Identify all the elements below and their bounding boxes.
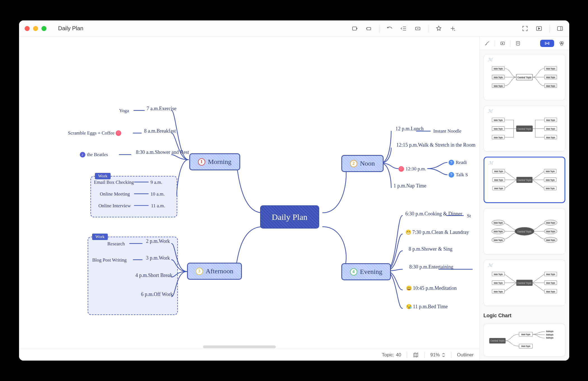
close-window-button[interactable] [25, 26, 30, 31]
branch-morning[interactable]: 1 Morning [189, 153, 240, 170]
topic-count: Topic: 40 [382, 352, 401, 358]
topic-talk[interactable]: ?Talk S [449, 172, 468, 178]
branch-evening[interactable]: 4 Evening [341, 263, 391, 280]
topic-interview[interactable]: Online Interview [99, 203, 131, 209]
brush-icon[interactable] [484, 40, 491, 47]
topic-3pm-work[interactable]: 3 p.m.Work [146, 255, 170, 261]
zoom-control[interactable]: 91% [430, 352, 445, 358]
topic-reading[interactable]: ?Readi [449, 159, 467, 166]
structure-list[interactable]: ℳ Central Topic Main Topic Main Topic Ma… [480, 50, 569, 361]
minimize-window-button[interactable] [33, 26, 38, 31]
branch-afternoon[interactable]: 3 Afternoon [187, 263, 242, 280]
svg-text:Central Topic: Central Topic [517, 127, 531, 130]
topic-noodle[interactable]: Instant Noodle [433, 128, 462, 134]
topic-email-time[interactable]: 9 a.m. [151, 179, 162, 185]
topic-cooking-detail[interactable]: St [467, 213, 471, 219]
svg-rect-0 [353, 27, 356, 30]
topic-research[interactable]: Research [108, 241, 125, 247]
svg-text:Central Topic: Central Topic [517, 179, 531, 182]
topic-nap[interactable]: 1 p.m.Nap Time [394, 183, 426, 189]
favorite-icon: ♡ [398, 166, 404, 172]
svg-text:Main Topic: Main Topic [494, 222, 503, 224]
svg-line-106 [532, 283, 544, 291]
svg-rect-7 [557, 27, 563, 30]
style-icon[interactable] [558, 40, 565, 47]
topic-walk[interactable]: 12:15 p.m.Walk & Stretch in the Room [396, 142, 476, 148]
map-view-icon[interactable] [413, 352, 419, 358]
sidebar-toolbar [480, 37, 569, 50]
topic-entertain[interactable]: 8:30 p.m.Entertaining [409, 264, 454, 270]
svg-text:Subtopic: Subtopic [546, 330, 554, 333]
svg-rect-21 [516, 41, 520, 45]
share-icon[interactable] [351, 25, 358, 32]
toolbar-right [521, 25, 564, 32]
topic-yoga[interactable]: Yoga [119, 108, 129, 114]
svg-text:Main Topic: Main Topic [546, 179, 555, 181]
svg-text:Main Topic: Main Topic [546, 282, 555, 284]
topic-shower[interactable]: 8:30 a.m.Shower and Rest [136, 149, 189, 156]
branch-noon[interactable]: 2 Noon [341, 155, 384, 172]
add-icon[interactable] [449, 25, 456, 32]
structure-button[interactable] [540, 40, 554, 47]
topic-meeting[interactable]: Online Meeting [100, 191, 130, 197]
svg-text:Main Topic: Main Topic [494, 290, 503, 293]
question-icon: ? [449, 172, 454, 178]
svg-text:Main Topic: Main Topic [546, 85, 555, 87]
window-controls [25, 26, 46, 31]
structure-thumb-logic-1[interactable]: Central Topic Main Topic Main Topic Subt… [484, 324, 565, 357]
topic-lunch[interactable]: 12 p.m.Lunch [396, 126, 424, 132]
topic-bedtime[interactable]: 😪11 p.m.Bed Time [406, 304, 448, 310]
svg-text:Main Topic: Main Topic [546, 68, 555, 70]
structure-thumb-5[interactable]: ℳ Central Topic Main Topic Main Topic Ma… [484, 260, 565, 306]
topic-2pm-work[interactable]: 2 p.m.Work [146, 238, 170, 244]
star-icon[interactable] [435, 25, 442, 32]
topic-scramble-eggs[interactable]: Scramble Eggs + Coffee ♡ [68, 130, 123, 136]
topic-break[interactable]: 4 p.m.Short Break [136, 272, 172, 279]
structure-thumb-2[interactable]: ℳ Central Topic Main Topic Main Topic Ma… [484, 105, 565, 152]
topic-breakfast[interactable]: 8 a.m.Breakfast [144, 128, 176, 134]
structure-thumb-3[interactable]: ℳ Central Topic Main Topic Main Topic Ma… [484, 157, 565, 203]
topic-shower-sing[interactable]: 8 p.m.Shower & Sing [409, 246, 453, 252]
topic-meeting-time[interactable]: 10 a.m. [151, 191, 165, 197]
present-icon[interactable] [535, 25, 543, 32]
topic-cooking[interactable]: 6:30 p.m.Cooking & Dinner [405, 211, 463, 217]
branch-label: Afternoon [206, 267, 234, 276]
smile-emoji-icon: 😄 [406, 285, 412, 291]
svg-text:Main Topic: Main Topic [546, 290, 555, 293]
collapse-icon[interactable] [414, 25, 421, 32]
topic-email[interactable]: Email Box Checking [94, 179, 134, 185]
slide-icon[interactable] [499, 40, 506, 47]
boundary-label: Work [92, 234, 108, 240]
topic-interview-time[interactable]: 11 a.m. [151, 203, 165, 209]
structure-thumb-1[interactable]: ℳ Central Topic Main Topic Main Topic Ma… [484, 54, 565, 100]
central-topic-label: Daily Plan [272, 211, 308, 222]
structure-thumb-4[interactable]: Central Topic Main Topic Main Topic Main… [484, 208, 565, 255]
topic-clean[interactable]: 😁7:30 p.m.Clean & Laundray [405, 229, 469, 236]
svg-text:Main Topic: Main Topic [521, 345, 530, 347]
fullscreen-icon[interactable] [521, 25, 529, 32]
zoom-window-button[interactable] [41, 26, 46, 31]
grin-emoji-icon: 😁 [405, 229, 411, 236]
svg-rect-1 [367, 27, 371, 30]
horizontal-scrollbar[interactable] [203, 345, 276, 348]
svg-text:Main Topic: Main Topic [494, 68, 503, 70]
note-icon[interactable] [514, 40, 522, 47]
topic-blog[interactable]: Blog Post Writing [92, 257, 127, 263]
svg-text:Subtopic: Subtopic [546, 337, 554, 339]
outdent-icon[interactable] [400, 25, 407, 32]
pointer-icon[interactable] [365, 25, 372, 32]
topic-offwork[interactable]: 6 p.m.Off Work [141, 291, 173, 298]
topic-1230[interactable]: ♡12:30 p.m. [398, 166, 426, 172]
undo-icon[interactable] [386, 25, 393, 32]
central-topic[interactable]: Daily Plan [260, 205, 319, 229]
favorite-icon: ♡ [116, 130, 121, 136]
panels-icon[interactable] [556, 25, 564, 32]
canvas[interactable]: Work Work [19, 37, 479, 361]
topic-meditation[interactable]: 😄10:45 p.m.Meditation [406, 285, 457, 291]
statusbar: Topic: 40 91% Outliner [19, 349, 479, 361]
topic-beatles[interactable]: ♪the Beatles [80, 152, 108, 158]
priority-3-icon: 3 [196, 268, 203, 275]
topic-exercise[interactable]: 7 a.m.Exercise [147, 105, 176, 112]
outliner-button[interactable]: Outliner [457, 352, 474, 358]
svg-text:Main Topic: Main Topic [546, 273, 555, 276]
